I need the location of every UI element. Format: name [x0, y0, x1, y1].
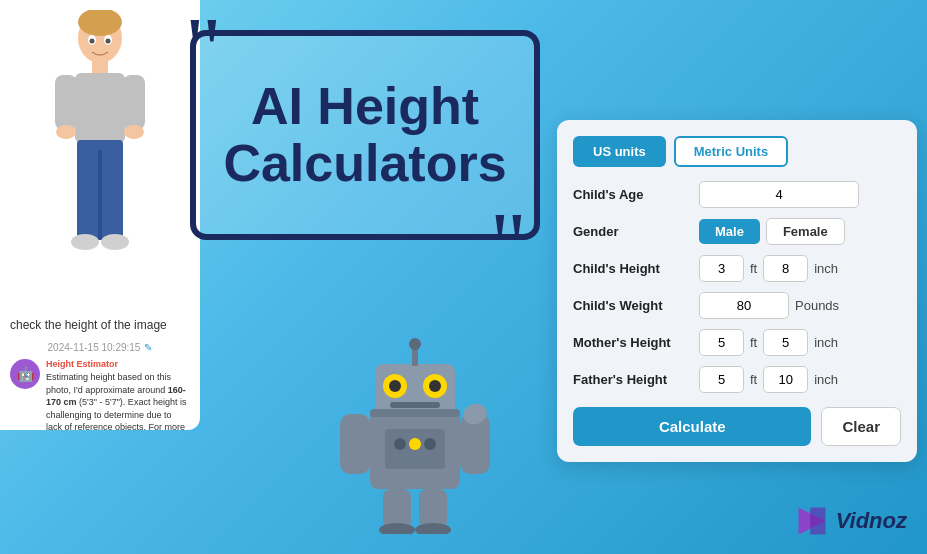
mothers-height-label: Mother's Height: [573, 335, 693, 350]
mothers-height-row: Mother's Height ft inch: [573, 329, 901, 356]
svg-rect-2: [92, 60, 108, 75]
childs-height-ft-input[interactable]: [699, 255, 744, 282]
quote-open-icon: ": [185, 5, 222, 95]
childs-weight-row: Child's Weight Pounds: [573, 292, 901, 319]
title-box: AI Height Calculators: [190, 30, 540, 240]
gender-label: Gender: [573, 224, 693, 239]
svg-rect-4: [55, 75, 77, 130]
page-title: AI Height Calculators: [196, 68, 534, 202]
fathers-height-row: Father's Height ft inch: [573, 366, 901, 393]
gender-male-button[interactable]: Male: [699, 219, 760, 244]
fathers-height-in-input[interactable]: [763, 366, 808, 393]
action-row: Calculate Clear: [573, 407, 901, 446]
svg-marker-38: [810, 508, 825, 535]
avatar: 🤖: [10, 359, 40, 389]
fathers-height-label: Father's Height: [573, 372, 693, 387]
svg-point-22: [389, 380, 401, 392]
clear-button[interactable]: Clear: [821, 407, 901, 446]
svg-rect-25: [370, 409, 460, 417]
svg-point-6: [56, 125, 76, 139]
svg-point-7: [124, 125, 144, 139]
svg-point-28: [409, 438, 421, 450]
svg-point-19: [409, 338, 421, 350]
person-image: [40, 10, 160, 310]
ai-response: 🤖 Height Estimator Estimating height bas…: [0, 355, 200, 430]
height-estimator-label: Height Estimator: [46, 359, 190, 369]
ai-description: Estimating height based on this photo, I…: [46, 371, 190, 430]
svg-point-10: [71, 234, 99, 250]
svg-rect-30: [340, 414, 370, 474]
childs-height-row: Child's Height ft inch: [573, 255, 901, 282]
svg-point-15: [106, 39, 111, 44]
childs-age-row: Child's Age: [573, 181, 901, 208]
left-panel: check the height of the image 2024-11-15…: [0, 0, 200, 430]
svg-point-27: [394, 438, 406, 450]
tab-us-units[interactable]: US units: [573, 136, 666, 167]
edit-icon[interactable]: ✎: [144, 342, 152, 353]
svg-point-29: [424, 438, 436, 450]
svg-rect-9: [98, 150, 102, 240]
svg-rect-3: [75, 73, 125, 143]
childs-height-in-input[interactable]: [763, 255, 808, 282]
ai-text-block: Height Estimator Estimating height based…: [46, 359, 190, 430]
gender-row: Gender Male Female: [573, 218, 901, 245]
fathers-height-ft-input[interactable]: [699, 366, 744, 393]
timestamp-row: 2024-11-15 10:29:15 ✎: [38, 340, 163, 355]
gender-female-button[interactable]: Female: [766, 218, 845, 245]
calculate-button[interactable]: Calculate: [573, 407, 811, 446]
childs-weight-label: Child's Weight: [573, 298, 693, 313]
svg-point-14: [90, 39, 95, 44]
fathers-height-ft-label: ft: [750, 372, 757, 387]
brand-name: Vidnoz: [836, 508, 907, 534]
childs-weight-input[interactable]: [699, 292, 789, 319]
caption-text: check the height of the image: [10, 318, 167, 332]
robot-figure: [330, 334, 500, 534]
vidnoz-logo: Vidnoz: [794, 503, 907, 539]
childs-height-in-label: inch: [814, 261, 838, 276]
childs-age-input[interactable]: [699, 181, 859, 208]
svg-point-11: [101, 234, 129, 250]
svg-point-23: [429, 380, 441, 392]
timestamp: 2024-11-15 10:29:15: [48, 342, 141, 353]
calculator-panel: US units Metric Units Child's Age Gender…: [557, 120, 917, 462]
quote-close-icon: ": [490, 200, 527, 290]
mothers-height-ft-input[interactable]: [699, 329, 744, 356]
childs-weight-unit-label: Pounds: [795, 298, 839, 313]
tab-metric-units[interactable]: Metric Units: [674, 136, 788, 167]
mothers-height-ft-label: ft: [750, 335, 757, 350]
fathers-height-in-label: inch: [814, 372, 838, 387]
mothers-height-in-label: inch: [814, 335, 838, 350]
svg-rect-24: [390, 402, 440, 408]
unit-tabs: US units Metric Units: [573, 136, 901, 167]
image-caption: check the height of the image: [0, 310, 200, 340]
childs-height-label: Child's Height: [573, 261, 693, 276]
childs-height-ft-label: ft: [750, 261, 757, 276]
childs-age-label: Child's Age: [573, 187, 693, 202]
mothers-height-in-input[interactable]: [763, 329, 808, 356]
svg-rect-5: [123, 75, 145, 130]
